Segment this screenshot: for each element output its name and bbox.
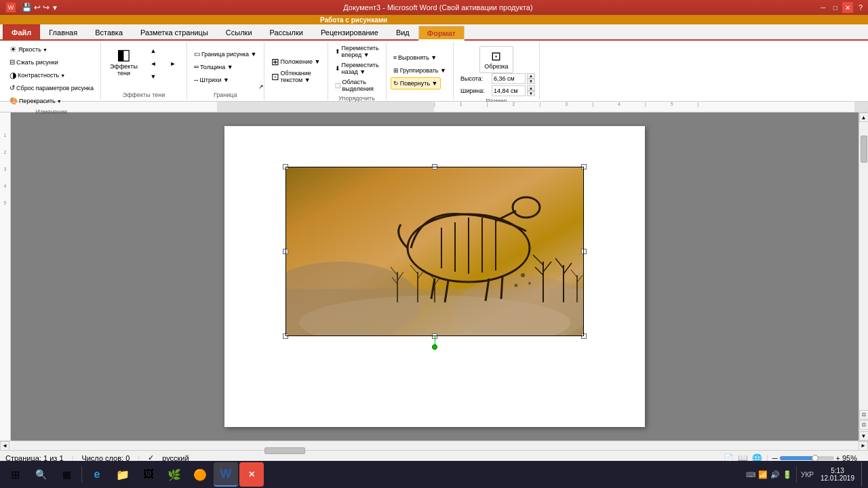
tab-home[interactable]: Главная bbox=[40, 24, 86, 39]
shadow-down[interactable]: ▼ bbox=[144, 70, 163, 83]
height-input[interactable] bbox=[492, 73, 526, 84]
word-button[interactable]: W bbox=[214, 462, 238, 487]
shadow-left[interactable]: ◄ bbox=[144, 58, 163, 70]
app2-button[interactable]: 🟠 bbox=[188, 462, 212, 487]
network-icon[interactable]: 📶 bbox=[758, 470, 768, 479]
reset-button[interactable]: ↺ Сброс параметров рисунка bbox=[7, 82, 96, 94]
scroll-zoom-mid2[interactable]: ⊡ bbox=[859, 420, 869, 430]
handle-top-center[interactable] bbox=[432, 164, 437, 169]
search-button[interactable]: 🔍 bbox=[28, 462, 53, 487]
task-view-button[interactable]: ▦ bbox=[54, 462, 79, 487]
dashes-icon: -- bbox=[194, 77, 199, 83]
group-shadow-label: Эффекты тени bbox=[101, 90, 186, 98]
group-button[interactable]: ⊞ Группировать ▼ bbox=[391, 64, 449, 77]
help-icon[interactable]: ? bbox=[859, 3, 863, 12]
tab-page-layout[interactable]: Разметка страницы bbox=[132, 24, 217, 39]
handle-top-left[interactable] bbox=[283, 164, 288, 169]
height-up[interactable]: ▲ bbox=[527, 73, 535, 79]
h-scroll-thumb[interactable] bbox=[264, 447, 305, 454]
handle-middle-left[interactable] bbox=[283, 249, 288, 254]
shadow-effects-button[interactable]: ◧ Эффектытени bbox=[105, 43, 142, 81]
tab-references[interactable]: Ссылки bbox=[217, 24, 261, 39]
selection-area-button[interactable]: ⬚ Областьвыделения bbox=[332, 77, 376, 94]
width-spinner[interactable]: ▲ ▼ bbox=[527, 85, 535, 96]
clock[interactable]: 5:13 12.01.2019 bbox=[816, 467, 859, 482]
tab-file[interactable]: Файл bbox=[3, 24, 40, 39]
quick-access-more[interactable]: ▼ bbox=[52, 4, 58, 12]
width-input[interactable] bbox=[492, 85, 526, 96]
save-icon[interactable]: 💾 bbox=[22, 3, 32, 12]
keyboard-icon[interactable]: ⌨ bbox=[746, 471, 755, 479]
selection-label: Областьвыделения bbox=[342, 79, 374, 92]
scroll-up-button[interactable]: ▲ bbox=[859, 113, 869, 122]
crop-icon: ⊡ bbox=[491, 50, 501, 62]
tab-format[interactable]: Формат bbox=[418, 26, 465, 41]
scroll-zoom-mid1[interactable]: ⊡ bbox=[859, 410, 869, 420]
close-button[interactable]: ✕ bbox=[842, 2, 853, 13]
height-down[interactable]: ▼ bbox=[527, 79, 535, 84]
brightness-button[interactable]: ☀ Яркость ▼ bbox=[7, 43, 50, 56]
handle-top-right[interactable] bbox=[581, 164, 587, 169]
maximize-button[interactable]: □ bbox=[830, 2, 841, 13]
width-down[interactable]: ▼ bbox=[527, 91, 535, 96]
battery-icon[interactable]: 🔋 bbox=[783, 470, 792, 479]
contrast-dropdown[interactable]: ▼ bbox=[60, 73, 65, 78]
crop-button[interactable]: ⊡ Обрезка bbox=[479, 46, 513, 73]
show-desktop-button[interactable] bbox=[861, 462, 865, 487]
svg-point-45 bbox=[515, 284, 518, 287]
photos-button[interactable]: 🖼 bbox=[136, 462, 161, 487]
scroll-right-button[interactable]: ► bbox=[859, 441, 868, 451]
tab-insert[interactable]: Вставка bbox=[86, 24, 132, 39]
language-indicator[interactable]: УКР bbox=[801, 471, 814, 479]
brightness-dropdown[interactable]: ▼ bbox=[43, 47, 47, 52]
dashes-button[interactable]: -- Штрихи ▼ bbox=[191, 74, 232, 86]
minimize-button[interactable]: ─ bbox=[818, 2, 829, 13]
recolor-button[interactable]: 🎨 Перекрасить ▼ bbox=[7, 95, 64, 107]
text-wrap-button[interactable]: ⊡ Обтеканиетекстом ▼ bbox=[269, 68, 314, 85]
tab-review[interactable]: Рецензирование bbox=[312, 24, 387, 39]
scroll-left-button[interactable]: ◄ bbox=[0, 441, 9, 451]
position-button[interactable]: ⊞ Положение ▼ bbox=[269, 56, 323, 68]
edge-button[interactable]: e bbox=[85, 462, 109, 487]
rotate-button[interactable]: ↻ Повернуть ▼ bbox=[391, 77, 441, 89]
scroll-down-button[interactable]: ▼ bbox=[859, 431, 869, 441]
group-arrange-label bbox=[269, 97, 323, 98]
move-forward-button[interactable]: ⬆ Переместитьвперед ▼ bbox=[332, 43, 382, 60]
thickness-button[interactable]: ═ Толщина ▼ bbox=[191, 61, 236, 73]
volume-icon[interactable]: 🔊 bbox=[770, 470, 780, 479]
position-icon: ⊞ bbox=[271, 57, 279, 66]
handle-middle-right[interactable] bbox=[581, 249, 587, 254]
align-button[interactable]: ≡ Выровнять ▼ bbox=[391, 52, 440, 64]
handle-bottom-left[interactable] bbox=[283, 333, 288, 339]
vertical-scrollbar[interactable]: ▲ ⊡ ⊡ ▼ bbox=[859, 113, 868, 441]
zoom-thumb[interactable] bbox=[812, 455, 818, 462]
right-icon: ► bbox=[170, 60, 176, 67]
contrast-button[interactable]: ◑ Контрастность ▼ bbox=[7, 69, 68, 81]
svg-line-11 bbox=[501, 277, 502, 299]
tab-mailings[interactable]: Рассылки bbox=[261, 24, 312, 39]
horizontal-scrollbar[interactable]: ◄ ► bbox=[0, 441, 868, 450]
zoom-slider[interactable] bbox=[780, 456, 834, 460]
rotate-handle[interactable] bbox=[432, 344, 437, 350]
app1-button[interactable]: 🌿 bbox=[162, 462, 186, 487]
document-area: 12345 bbox=[0, 113, 868, 441]
selected-image-container[interactable] bbox=[285, 167, 584, 336]
width-up[interactable]: ▲ bbox=[527, 85, 535, 91]
undo-icon[interactable]: ↩ bbox=[34, 3, 41, 12]
shadow-up[interactable]: ▲ bbox=[144, 45, 163, 57]
border-button[interactable]: ▭ Граница рисунка ▼ bbox=[191, 48, 260, 60]
recolor-dropdown[interactable]: ▼ bbox=[57, 99, 62, 104]
tab-view[interactable]: Вид bbox=[387, 24, 418, 39]
app3-button[interactable]: ✕ bbox=[239, 462, 264, 487]
shadow-right[interactable]: ► bbox=[163, 58, 182, 70]
scroll-thumb[interactable] bbox=[861, 136, 867, 163]
redo-icon[interactable]: ↪ bbox=[43, 3, 50, 12]
handle-bottom-right[interactable] bbox=[581, 333, 587, 339]
border-expand[interactable]: ↗ bbox=[258, 83, 264, 90]
start-button[interactable]: ⊞ bbox=[3, 462, 27, 487]
explorer-button[interactable]: 📁 bbox=[111, 462, 135, 487]
height-spinner[interactable]: ▲ ▼ bbox=[527, 73, 535, 84]
move-back-button[interactable]: ⬇ Переместитьназад ▼ bbox=[332, 60, 382, 77]
scroll-track[interactable] bbox=[859, 122, 868, 409]
compress-button[interactable]: ⊟ Сжать рисунки bbox=[7, 56, 61, 68]
